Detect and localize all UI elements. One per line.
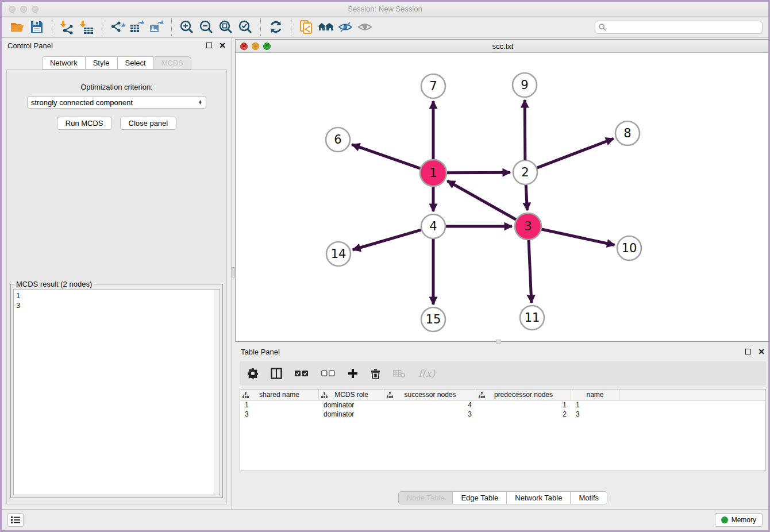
node-label-10: 10	[622, 241, 637, 255]
edge-2-9[interactable]	[525, 100, 525, 160]
table-cell[interactable]: 3	[571, 410, 619, 419]
network-canvas[interactable]: 7968124314101511	[236, 53, 770, 341]
table-row[interactable]: 1dominator411	[240, 400, 765, 410]
search-box[interactable]	[595, 21, 763, 34]
show-panels-icon[interactable]	[355, 18, 375, 36]
zoom-in-icon[interactable]	[177, 18, 197, 36]
toolbar-separator	[260, 18, 261, 36]
apply-function-icon[interactable]: f(x)	[418, 368, 435, 379]
node-label-2: 2	[521, 165, 529, 179]
edge-3-11[interactable]	[529, 240, 532, 303]
memory-label: Memory	[732, 516, 756, 524]
deselect-all-icon[interactable]	[321, 370, 335, 377]
list-icon	[11, 516, 20, 524]
table-cell[interactable]: 2	[476, 410, 571, 419]
edge-1-2[interactable]	[447, 172, 510, 173]
close-panel-icon[interactable]: ✕	[219, 43, 226, 48]
tab-edge-table[interactable]: Edge Table	[453, 491, 507, 504]
table-panel: Table Panel ✕	[235, 344, 770, 509]
table-cell[interactable]: dominator	[319, 410, 384, 419]
add-row-icon[interactable]	[348, 368, 358, 379]
table-cell[interactable]: 1	[476, 400, 571, 410]
node-label-11: 11	[525, 311, 540, 325]
import-table-icon[interactable]	[77, 18, 97, 36]
close-panel-button[interactable]: Close panel	[120, 117, 177, 130]
zoom-out-icon[interactable]	[197, 18, 216, 36]
delete-table-icon[interactable]	[393, 369, 406, 378]
network-view-window: ✕ − + scc.txt 7968124314101511	[235, 39, 770, 342]
table-close-panel-icon[interactable]: ✕	[758, 349, 765, 354]
mcds-result-title: MCDS result (2 nodes)	[14, 280, 94, 288]
column-header-MCDS-role[interactable]: MCDS role	[319, 390, 384, 400]
column-header-successor-nodes[interactable]: successor nodes	[384, 390, 476, 400]
hide-panels-icon[interactable]	[336, 18, 355, 36]
zoom-fit-icon[interactable]	[216, 18, 236, 36]
import-network-icon[interactable]	[57, 18, 77, 36]
export-table-icon[interactable]	[127, 18, 147, 36]
delete-row-trash-icon[interactable]	[371, 368, 380, 379]
criterion-select[interactable]: strongly connected component ▲▼	[27, 96, 206, 109]
zoom-selected-icon[interactable]	[236, 18, 255, 36]
node-label-6: 6	[334, 133, 341, 147]
save-session-icon[interactable]	[27, 18, 47, 36]
table-toolbar: f(x)	[240, 361, 766, 385]
tab-network[interactable]: Network	[42, 56, 86, 70]
control-panel-tabs: NetworkStyleSelectMCDS	[2, 56, 232, 70]
table-header-row: shared nameMCDS rolesuccessor nodesprede…	[240, 390, 765, 400]
tab-mcds[interactable]: MCDS	[154, 56, 191, 70]
edge-1-6[interactable]	[352, 145, 421, 169]
column-header-shared-name[interactable]: shared name	[240, 390, 319, 400]
search-input[interactable]	[609, 23, 759, 31]
edge-4-14[interactable]	[353, 230, 421, 250]
mcds-result-item: 3	[16, 300, 217, 310]
mcds-result-item: 1	[16, 291, 217, 300]
show-columns-icon[interactable]	[271, 368, 282, 379]
mcds-result-list[interactable]: 13	[13, 289, 220, 495]
result-scrollbar[interactable]	[214, 290, 220, 495]
column-header-predecessor-nodes[interactable]: predecessor nodes	[476, 390, 571, 400]
toolbar-separator	[102, 18, 102, 36]
table-cell[interactable]: 1	[571, 400, 619, 410]
memory-button[interactable]: Memory	[715, 513, 763, 527]
criterion-value: strongly connected component	[31, 98, 198, 107]
float-panel-icon[interactable]	[206, 43, 212, 48]
clone-network-icon[interactable]	[297, 18, 316, 36]
table-cell[interactable]: 1	[240, 400, 319, 410]
apply-layout-icon[interactable]	[266, 18, 286, 36]
control-panel-title: Control Panel	[7, 41, 206, 50]
tab-motifs[interactable]: Motifs	[571, 491, 607, 504]
edge-2-3[interactable]	[526, 185, 527, 210]
run-mcds-button[interactable]: Run MCDS	[57, 117, 112, 130]
tab-select[interactable]: Select	[118, 56, 154, 70]
table-options-gear-icon[interactable]	[248, 368, 258, 379]
column-header-name[interactable]: name	[571, 390, 619, 400]
table-cell[interactable]: 3	[384, 410, 476, 419]
window-title: Session: New Session	[2, 5, 768, 13]
tab-style[interactable]: Style	[86, 56, 118, 70]
task-history-button[interactable]	[7, 513, 24, 527]
table-tabs: Node TableEdge TableNetwork TableMotifs	[235, 491, 770, 504]
vertical-splitter-handle[interactable]	[231, 267, 235, 277]
toolbar-separator	[171, 18, 172, 36]
network-window-titlebar[interactable]: ✕ − + scc.txt	[236, 40, 770, 53]
table-body: 1dominator4113dominator323	[240, 400, 765, 419]
edge-2-8[interactable]	[537, 138, 614, 168]
memory-status-icon	[721, 516, 728, 523]
table-row[interactable]: 3dominator323	[240, 410, 765, 419]
table-cell[interactable]: 3	[240, 410, 319, 419]
export-network-icon[interactable]	[107, 18, 127, 36]
table-float-panel-icon[interactable]	[745, 349, 751, 354]
edge-3-10[interactable]	[541, 229, 614, 245]
horizontal-splitter-handle[interactable]	[496, 340, 501, 344]
table-cell[interactable]: dominator	[319, 400, 384, 410]
table-cell[interactable]: 4	[384, 400, 476, 410]
export-image-icon[interactable]	[147, 18, 166, 36]
session-home-icon[interactable]	[316, 18, 336, 36]
tab-network-table[interactable]: Network Table	[507, 491, 571, 504]
tab-node-table[interactable]: Node Table	[398, 491, 453, 504]
node-table: shared nameMCDS rolesuccessor nodesprede…	[240, 389, 766, 471]
select-all-icon[interactable]	[295, 370, 309, 377]
edge-3-1[interactable]	[447, 181, 516, 219]
node-label-4: 4	[429, 219, 437, 233]
open-session-icon[interactable]	[7, 18, 27, 36]
